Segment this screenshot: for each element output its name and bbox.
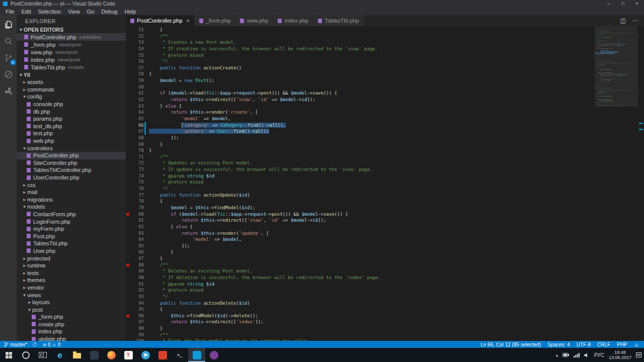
encoding-indicator[interactable]: UTF-8 bbox=[577, 342, 591, 347]
code-line[interactable]: * If deletion is successful, the browser… bbox=[149, 275, 594, 281]
code-line[interactable]: $model = $this->findModel($id); bbox=[149, 205, 594, 211]
problems-indicator[interactable]: 0 0 bbox=[42, 342, 60, 347]
git-branch-indicator[interactable]: master* bbox=[4, 341, 27, 347]
line-number[interactable]: 67 bbox=[126, 128, 144, 135]
line-number[interactable]: 56 bbox=[126, 58, 144, 65]
eol-indicator[interactable]: CRLF bbox=[597, 342, 610, 347]
code-line[interactable]: public function actionDelete($id) bbox=[149, 300, 594, 307]
line-number[interactable]: 97 bbox=[126, 319, 144, 325]
indentation-indicator[interactable]: Spaces: 4 bbox=[547, 342, 570, 347]
line-number[interactable]: 77 bbox=[126, 192, 144, 199]
line-number[interactable]: 79 bbox=[126, 205, 144, 211]
line-number[interactable]: 65 bbox=[126, 116, 144, 122]
line-number[interactable]: 88 bbox=[126, 262, 144, 268]
open-editors-header[interactable]: ▾ OPEN EDITORS bbox=[17, 26, 126, 33]
code-line[interactable]: /** bbox=[149, 33, 594, 40]
code-line[interactable]: * @return mixed bbox=[149, 179, 594, 186]
menu-item-debug[interactable]: Debug bbox=[98, 9, 121, 15]
code-line[interactable]: public function actionCreate() bbox=[149, 65, 594, 71]
code-line[interactable]: return $this->render('update', [ bbox=[149, 230, 594, 237]
tree-file-UserController.php[interactable]: UserController.php bbox=[17, 174, 126, 182]
tray-expand-icon[interactable]: ▴ bbox=[556, 353, 558, 357]
tree-file-LoginForm.php[interactable]: LoginForm.php bbox=[17, 218, 126, 225]
line-number[interactable]: 81 bbox=[126, 217, 144, 224]
tree-folder-mail[interactable]: ▸mail bbox=[17, 189, 126, 196]
app-vscode[interactable] bbox=[188, 348, 205, 362]
menu-item-go[interactable]: Go bbox=[84, 9, 98, 15]
tree-folder-migrations[interactable]: ▸migrations bbox=[17, 196, 126, 204]
tree-folder-protected[interactable]: ▸protected bbox=[17, 254, 126, 262]
folder-root-header[interactable]: ▾ YII bbox=[17, 71, 126, 78]
tree-folder-models[interactable]: ▾models bbox=[17, 203, 126, 211]
code-line[interactable]: * @return mixed bbox=[149, 52, 594, 59]
code-line[interactable]: * @param string $id bbox=[149, 173, 594, 179]
line-number[interactable]: 64 bbox=[126, 109, 144, 116]
tab-index.php[interactable]: index.php bbox=[273, 15, 313, 26]
line-number[interactable]: 68 bbox=[126, 135, 144, 141]
line-number[interactable]: 92 bbox=[126, 287, 144, 294]
tree-folder-assets[interactable]: ▸assets bbox=[17, 78, 126, 86]
breakpoint-icon[interactable] bbox=[126, 263, 129, 266]
source-control-icon[interactable]: 6 bbox=[3, 52, 14, 63]
app-unknown-1[interactable] bbox=[86, 348, 103, 362]
line-number[interactable]: 51 bbox=[126, 27, 144, 33]
tree-file-web.php[interactable]: web.php bbox=[17, 137, 126, 145]
menu-item-edit[interactable]: Edit bbox=[18, 9, 35, 15]
code-line[interactable]: { bbox=[149, 198, 594, 205]
line-number[interactable]: 84 bbox=[126, 236, 144, 243]
search-icon[interactable] bbox=[3, 36, 14, 47]
line-number[interactable]: 53 bbox=[126, 39, 144, 46]
editor-gutter[interactable]: 5152535455565758596061626364656667686970… bbox=[126, 27, 144, 341]
line-number[interactable]: 69 bbox=[126, 141, 144, 148]
action-center-icon[interactable] bbox=[636, 352, 641, 357]
menu-item-selection[interactable]: Selection bbox=[35, 9, 64, 15]
code-line[interactable]: 'category' => Category::find()->all(), bbox=[149, 122, 594, 129]
app-yandex[interactable]: Y bbox=[120, 348, 137, 362]
open-editor-item[interactable]: PostController.phpcontrollers bbox=[17, 33, 126, 41]
code-line[interactable]: /** bbox=[149, 332, 594, 338]
line-number[interactable]: 78 bbox=[126, 198, 144, 205]
line-number[interactable]: 55 bbox=[126, 52, 144, 59]
line-number[interactable]: 90 bbox=[126, 275, 144, 281]
tree-file-User.php[interactable]: User.php bbox=[17, 247, 126, 255]
menu-item-file[interactable]: File bbox=[2, 9, 18, 15]
line-number[interactable]: 54 bbox=[126, 46, 144, 52]
explorer-icon[interactable] bbox=[3, 19, 14, 30]
tree-file-myForm.php[interactable]: myForm.php bbox=[17, 225, 126, 233]
code-line[interactable]: */ bbox=[149, 186, 594, 192]
line-number[interactable]: 73 bbox=[126, 166, 144, 173]
tab-_form.php[interactable]: _form.php bbox=[195, 15, 236, 26]
tree-file-Post.php[interactable]: Post.php bbox=[17, 232, 126, 240]
code-line[interactable]: * Creates a new Post model. bbox=[149, 39, 594, 46]
code-line[interactable]: } bbox=[149, 249, 594, 255]
tree-file-index.php[interactable]: index.php bbox=[17, 328, 126, 335]
tree-folder-views[interactable]: ▾views bbox=[17, 291, 126, 299]
code-line[interactable]: return $this->render('create', [ bbox=[149, 109, 594, 116]
code-editor[interactable]: 5152535455565758596061626364656667686970… bbox=[126, 26, 644, 341]
code-line[interactable]: ]); bbox=[149, 135, 594, 141]
code-line[interactable]: * If update is successful, the browser w… bbox=[149, 166, 594, 173]
code-line[interactable]: public function actionUpdate($id) bbox=[149, 192, 594, 199]
tree-file-update.php[interactable]: update.php bbox=[17, 335, 126, 341]
line-number[interactable]: 60 bbox=[126, 84, 144, 90]
clock[interactable]: 19:48 13.06.2017 bbox=[609, 350, 631, 360]
line-number[interactable]: 76 bbox=[126, 186, 144, 192]
tree-folder-layouts[interactable]: ▸layouts bbox=[17, 299, 126, 306]
tree-file-PostController.php[interactable]: PostController.php bbox=[17, 152, 126, 159]
language-indicator[interactable]: РУС bbox=[594, 352, 604, 358]
app-telegram[interactable] bbox=[137, 348, 154, 362]
code-content[interactable]: } /** * Creates a new Post model. * If c… bbox=[149, 27, 594, 341]
code-line[interactable]: 'model' => $model, bbox=[149, 116, 594, 122]
tree-folder-vendor[interactable]: ▸vendor bbox=[17, 284, 126, 292]
tree-file-test.php[interactable]: test.php bbox=[17, 130, 126, 137]
tree-file-console.php[interactable]: console.php bbox=[17, 101, 126, 108]
tree-folder-commands[interactable]: ▸commands bbox=[17, 86, 126, 94]
line-number[interactable]: 91 bbox=[126, 281, 144, 288]
code-line[interactable]: { bbox=[149, 71, 594, 77]
code-line[interactable]: 'authors' => User::find()->all() bbox=[149, 128, 594, 135]
tree-folder-tests[interactable]: ▸tests bbox=[17, 269, 126, 277]
line-number[interactable]: 83 bbox=[126, 230, 144, 237]
start-button[interactable] bbox=[0, 348, 17, 362]
code-line[interactable]: */ bbox=[149, 294, 594, 300]
line-number[interactable]: 85 bbox=[126, 243, 144, 249]
